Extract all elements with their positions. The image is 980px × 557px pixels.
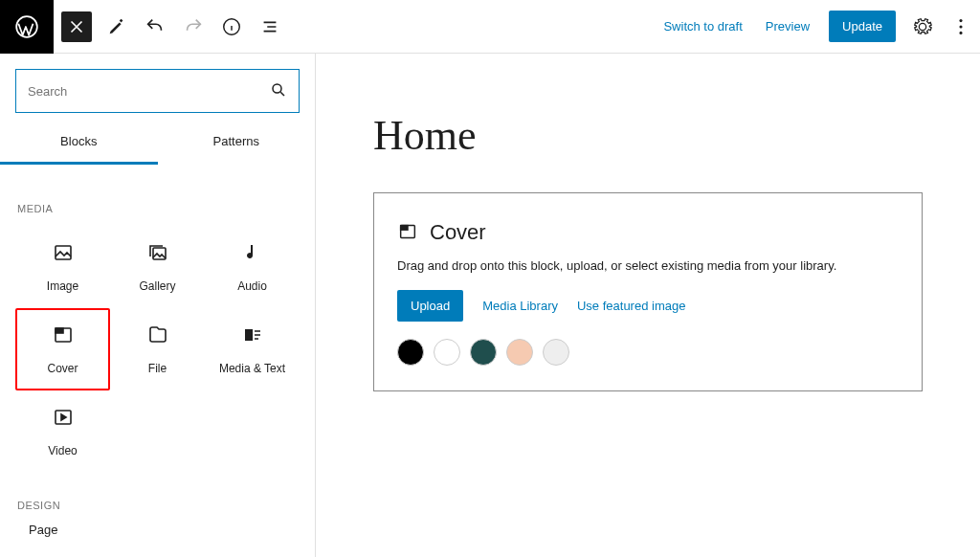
category-design-title: Design (15, 473, 300, 523)
cover-block-title: Cover (430, 220, 486, 245)
block-item-label: Gallery (139, 279, 175, 293)
media-library-link[interactable]: Media Library (482, 299, 558, 313)
svg-rect-7 (153, 248, 166, 259)
info-button[interactable] (214, 10, 249, 44)
preview-link[interactable]: Preview (754, 19, 821, 33)
page-title[interactable]: Home (373, 111, 923, 160)
image-icon (52, 241, 75, 264)
block-item-label: Audio (237, 279, 267, 293)
svg-point-2 (959, 19, 962, 22)
settings-button[interactable] (905, 10, 940, 44)
search-input[interactable] (28, 84, 270, 99)
color-swatch[interactable] (543, 339, 569, 366)
color-swatch-row (397, 339, 899, 366)
block-item-image[interactable]: Image (15, 226, 110, 308)
editor-canvas[interactable]: Home Cover Drag and drop onto this block… (316, 54, 980, 557)
cover-icon (52, 323, 75, 346)
upload-button[interactable]: Upload (397, 290, 463, 322)
block-item-label: Video (48, 444, 77, 457)
color-swatch[interactable] (397, 339, 424, 366)
tools-button[interactable] (100, 10, 134, 44)
block-item-label: File (148, 362, 167, 375)
wordpress-logo[interactable] (0, 0, 54, 54)
block-item-label: Media & Text (219, 362, 285, 375)
svg-point-4 (959, 31, 962, 33)
search-box[interactable] (15, 69, 300, 113)
block-item-label: Image (47, 279, 78, 293)
block-item-page[interactable]: Page (15, 523, 300, 537)
svg-rect-6 (56, 246, 71, 259)
media-text-icon (241, 323, 264, 346)
svg-rect-9 (56, 328, 63, 333)
switch-to-draft-link[interactable]: Switch to draft (652, 19, 753, 33)
use-featured-image-link[interactable]: Use featured image (577, 299, 685, 313)
file-icon (146, 323, 169, 346)
redo-button[interactable] (176, 10, 211, 44)
block-item-media-text[interactable]: Media & Text (205, 308, 300, 390)
cover-icon (397, 221, 418, 245)
block-item-video[interactable]: Video (15, 390, 110, 473)
block-item-gallery[interactable]: Gallery (110, 226, 205, 308)
color-swatch[interactable] (434, 339, 460, 366)
cover-instructions: Drag and drop onto this block, upload, o… (397, 258, 899, 273)
block-item-file[interactable]: File (110, 308, 205, 390)
block-inserter-panel: Blocks Patterns Media Image Gallery Audi… (0, 54, 316, 557)
svg-rect-13 (401, 225, 408, 230)
svg-rect-10 (245, 329, 253, 341)
color-swatch[interactable] (506, 339, 533, 366)
block-item-cover[interactable]: Cover (15, 308, 110, 390)
list-view-button[interactable] (253, 10, 287, 44)
svg-point-3 (959, 25, 962, 28)
block-item-label: Cover (47, 362, 78, 375)
color-swatch[interactable] (470, 339, 497, 366)
block-item-audio[interactable]: Audio (205, 226, 300, 308)
update-button[interactable]: Update (829, 11, 896, 42)
tab-blocks[interactable]: Blocks (0, 123, 158, 165)
more-options-button[interactable] (944, 10, 978, 44)
video-icon (52, 406, 75, 429)
audio-icon (241, 241, 264, 264)
close-inserter-button[interactable] (61, 11, 92, 42)
undo-button[interactable] (138, 10, 172, 44)
category-media-title: Media (15, 176, 300, 226)
svg-point-5 (273, 84, 281, 93)
search-icon (270, 81, 287, 101)
tab-patterns[interactable]: Patterns (158, 123, 316, 165)
cover-block-placeholder[interactable]: Cover Drag and drop onto this block, upl… (373, 192, 923, 391)
gallery-icon (146, 241, 169, 264)
